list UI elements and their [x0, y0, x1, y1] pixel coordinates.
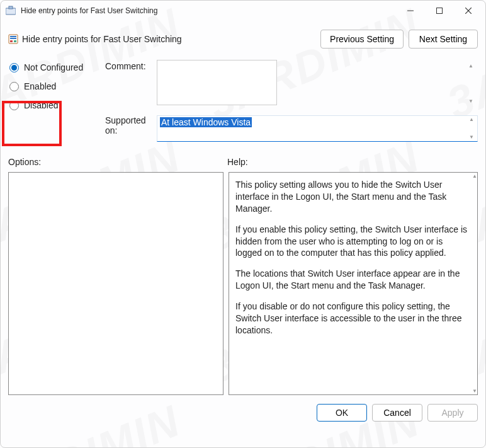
help-paragraph: If you disable or do not configure this …	[235, 301, 468, 336]
supported-on-field[interactable]: At least Windows Vista ▲ ▼	[157, 115, 478, 142]
header-row: Hide entry points for Fast User Switchin…	[8, 26, 478, 55]
comment-scroll-down-icon[interactable]: ▼	[466, 99, 475, 104]
ok-button[interactable]: OK	[317, 404, 367, 422]
supported-scroll-up-icon[interactable]: ▲	[467, 117, 476, 122]
state-radio-group: Not Configured Enabled Disabled	[9, 60, 94, 142]
svg-rect-3	[437, 8, 443, 14]
maximize-button[interactable]	[425, 1, 454, 21]
radio-not-configured-label: Not Configured	[24, 62, 83, 72]
help-paragraph: This policy setting allows you to hide t…	[235, 179, 468, 215]
radio-not-configured[interactable]: Not Configured	[9, 62, 94, 72]
app-icon	[6, 6, 16, 16]
radio-enabled-label: Enabled	[24, 81, 56, 91]
policy-icon	[8, 34, 18, 44]
minimize-button[interactable]	[396, 1, 425, 21]
help-section-label: Help:	[227, 157, 248, 167]
comment-input[interactable]	[157, 60, 277, 105]
radio-disabled-label: Disabled	[24, 100, 58, 110]
radio-enabled[interactable]: Enabled	[9, 81, 94, 91]
options-section-label: Options:	[8, 157, 227, 167]
previous-setting-button[interactable]: Previous Setting	[320, 30, 404, 49]
comment-label: Comment:	[105, 60, 153, 108]
cancel-button[interactable]: Cancel	[372, 404, 422, 422]
svg-rect-7	[10, 36, 16, 37]
supported-on-label: Supported on:	[105, 115, 153, 142]
supported-on-value: At least Windows Vista	[160, 117, 252, 127]
svg-rect-1	[9, 6, 13, 9]
policy-heading: Hide entry points for Fast User Switchin…	[22, 34, 182, 44]
help-paragraph: The locations that Switch User interface…	[235, 268, 468, 292]
apply-button: Apply	[427, 404, 478, 422]
svg-rect-10	[14, 40, 16, 42]
help-paragraph: If you enable this policy setting, the S…	[235, 224, 468, 260]
svg-rect-8	[10, 38, 16, 39]
dialog-button-row: OK Cancel Apply	[1, 395, 485, 430]
options-pane	[8, 172, 223, 395]
window-title: Hide entry points for Fast User Switchin…	[21, 6, 157, 15]
svg-rect-9	[10, 40, 13, 42]
comment-scroll-up-icon[interactable]: ▲	[466, 64, 475, 69]
next-setting-button[interactable]: Next Setting	[409, 30, 478, 49]
titlebar: Hide entry points for Fast User Switchin…	[1, 1, 485, 21]
help-pane[interactable]: This policy setting allows you to hide t…	[229, 172, 478, 395]
radio-enabled-input[interactable]	[9, 82, 19, 91]
supported-scroll-down-icon[interactable]: ▼	[467, 135, 476, 140]
help-scroll-down-icon[interactable]: ▼	[470, 388, 479, 394]
radio-disabled-input[interactable]	[9, 101, 19, 110]
radio-not-configured-input[interactable]	[9, 63, 19, 72]
close-button[interactable]	[454, 1, 483, 21]
radio-disabled[interactable]: Disabled	[9, 100, 94, 110]
help-scroll-up-icon[interactable]: ▲	[470, 173, 479, 179]
